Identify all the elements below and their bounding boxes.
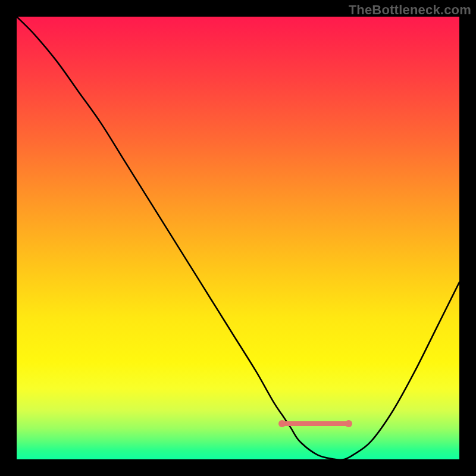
chart-container: TheBottleneck.com [0, 0, 476, 476]
bottleneck-curve [17, 17, 459, 459]
watermark-text: TheBottleneck.com [349, 2, 471, 18]
plot-area [17, 17, 459, 459]
optimal-range-end-marker [345, 420, 352, 427]
optimal-range-band [282, 421, 349, 426]
optimal-range-start-marker [278, 420, 286, 427]
